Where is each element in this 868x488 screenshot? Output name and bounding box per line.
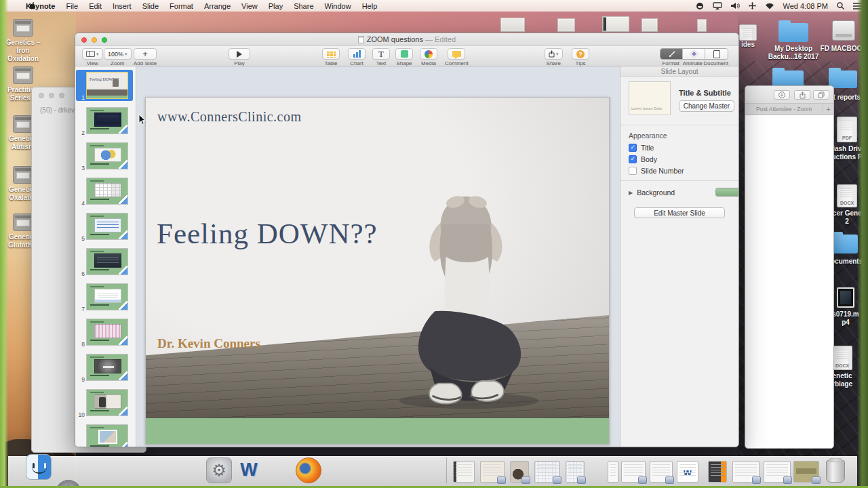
- dock-minimized-notebook-document[interactable]: [453, 461, 475, 483]
- dock-minimized-window[interactable]: [650, 461, 673, 483]
- zoom-control[interactable]: 100%▾ Zoom: [104, 48, 132, 66]
- animate-label: Animate: [682, 60, 703, 66]
- spotlight-icon[interactable]: [837, 2, 844, 9]
- slide-thumbnail-11[interactable]: 11: [75, 424, 136, 447]
- dock-minimized-document[interactable]: [534, 461, 560, 483]
- table-button[interactable]: Table: [322, 48, 340, 66]
- desktop-drive-fd-macbook[interactable]: FD MACBOOK: [819, 20, 868, 53]
- dock-minimized-word-document[interactable]: W: [677, 461, 698, 483]
- slide-thumbnail-9[interactable]: 9: [75, 354, 136, 384]
- document-icon[interactable]: [642, 18, 658, 32]
- dock-launchpad-icon[interactable]: [56, 480, 81, 488]
- disclosure-triangle-icon[interactable]: ▶: [629, 190, 633, 196]
- edit-master-slide-button[interactable]: Edit Master Slide: [634, 207, 725, 218]
- desktop-file-slides[interactable]: ides: [736, 24, 760, 49]
- background-color-swatch[interactable]: [715, 188, 738, 197]
- notification-center-icon[interactable]: [853, 3, 861, 9]
- dock-minimized-window[interactable]: [732, 461, 760, 483]
- desktop-folder-my-desktop-backup[interactable]: My DesktopBacku...16 2017: [765, 23, 822, 61]
- menu-item-file[interactable]: File: [66, 2, 78, 10]
- slide-url-text[interactable]: www.ConnersClinic.com: [157, 109, 302, 125]
- document-icon[interactable]: [697, 19, 707, 32]
- wifi-icon[interactable]: [765, 3, 774, 9]
- slide-thumbnail-2[interactable]: 2: [75, 107, 136, 137]
- slide-thumbnail-8[interactable]: 8: [75, 319, 136, 348]
- share-button[interactable]: ▾ Share: [545, 48, 563, 66]
- checkbox-title[interactable]: Title: [629, 144, 654, 152]
- dock-finder-icon[interactable]: [26, 454, 52, 480]
- checkbox-slide-number[interactable]: Slide Number: [629, 167, 684, 175]
- slide-thumbnail-1[interactable]: 1 Feeling DOWN??: [75, 72, 136, 102]
- window-controls-inactive: [39, 93, 64, 98]
- change-master-button[interactable]: Change Master: [679, 100, 734, 112]
- slide[interactable]: www.ConnersClinic.com Feeling DOWN?? Dr.…: [145, 97, 610, 445]
- apple-menu-icon[interactable]: [28, 1, 36, 10]
- slide-thumbnail-3[interactable]: 3: [75, 142, 136, 172]
- volume-icon[interactable]: [731, 2, 740, 9]
- view-button[interactable]: ▾ View: [82, 48, 103, 66]
- shape-button[interactable]: Shape: [395, 48, 413, 66]
- menu-item-slide[interactable]: Slide: [142, 2, 159, 10]
- notebook-document-icon[interactable]: [602, 16, 629, 32]
- new-tab-button[interactable]: +: [823, 105, 833, 113]
- slide-thumbnail-5[interactable]: 5: [75, 213, 136, 243]
- dock-word-icon[interactable]: W: [236, 458, 262, 483]
- add-slide-button[interactable]: + Add Slide: [134, 48, 157, 66]
- menu-item-edit[interactable]: Edit: [89, 2, 102, 10]
- slide-thumbnail-6[interactable]: 6: [75, 248, 136, 278]
- slide-thumbnail-7[interactable]: 7: [75, 283, 136, 313]
- share-button[interactable]: [794, 90, 810, 100]
- background-window-browser[interactable]: Post Attendee - Zoom +: [745, 85, 834, 449]
- dock-minimized-photo[interactable]: [510, 461, 529, 483]
- background-row[interactable]: ▶ Background: [629, 188, 675, 197]
- menu-item-insert[interactable]: Insert: [113, 2, 132, 10]
- document-icon[interactable]: [557, 18, 575, 32]
- text-button[interactable]: Text: [372, 48, 390, 66]
- play-icon: [237, 51, 242, 58]
- dock-minimized-window[interactable]: [764, 461, 791, 483]
- document-icon[interactable]: [500, 18, 525, 32]
- format-button[interactable]: [660, 49, 683, 59]
- dock-minimized-window[interactable]: [608, 461, 618, 483]
- slide-thumbnail-4[interactable]: 4: [75, 178, 136, 207]
- browser-tab[interactable]: Post Attendee - Zoom: [745, 106, 823, 113]
- menu-item-window[interactable]: Window: [325, 2, 351, 10]
- status-app-icon[interactable]: [696, 2, 704, 10]
- slide-thumbnail-10[interactable]: 10: [75, 389, 136, 419]
- checkbox-body[interactable]: Body: [629, 155, 657, 163]
- media-button[interactable]: Media: [420, 48, 437, 66]
- slide-canvas[interactable]: www.ConnersClinic.com Feeling DOWN?? Dr.…: [136, 66, 620, 447]
- document-button[interactable]: [705, 49, 728, 59]
- dock-trash-icon[interactable]: [826, 460, 845, 483]
- menu-item-view[interactable]: View: [241, 2, 258, 10]
- menu-item-format[interactable]: Format: [170, 2, 193, 10]
- animate-button[interactable]: [683, 49, 705, 59]
- dock-minimized-calculator[interactable]: [708, 461, 727, 483]
- dock-system-preferences-icon[interactable]: ⚙: [206, 458, 232, 483]
- desktop-file-genetics-iron[interactable]: Genetics – IronOxidation: [1, 19, 45, 63]
- dock-firefox-icon[interactable]: [296, 458, 321, 483]
- menu-item-help[interactable]: Help: [362, 2, 378, 10]
- chart-button[interactable]: Chart: [348, 48, 366, 66]
- play-button[interactable]: Play: [229, 48, 250, 66]
- tabs-button[interactable]: [813, 90, 829, 100]
- inspector-segmented-control: [660, 48, 728, 60]
- dock-minimized-document[interactable]: [480, 461, 505, 483]
- slide-title-text[interactable]: Feeling DOWN??: [157, 217, 378, 250]
- airplay-icon[interactable]: [713, 2, 722, 9]
- menu-item-arrange[interactable]: Arrange: [204, 2, 231, 10]
- document-proxy-icon[interactable]: [358, 36, 364, 43]
- slide-author-text[interactable]: Dr. Kevin Conners: [157, 336, 260, 351]
- menu-clock[interactable]: Wed 4:08 PM: [783, 2, 828, 10]
- dock-minimized-window[interactable]: [793, 461, 819, 483]
- download-button[interactable]: [774, 90, 790, 100]
- menu-item-share[interactable]: Share: [294, 2, 313, 10]
- accessibility-icon[interactable]: [749, 2, 756, 9]
- master-slide-preview[interactable]: Lorem Ipsum Dolor: [629, 81, 671, 115]
- comment-button[interactable]: Comment: [445, 48, 469, 66]
- title-bar[interactable]: ZOOM questions — Edited: [75, 33, 738, 46]
- menu-item-play[interactable]: Play: [269, 2, 283, 10]
- tips-button[interactable]: Tips: [572, 48, 589, 66]
- dock-minimized-window[interactable]: [621, 461, 646, 483]
- dock-minimized-document[interactable]: [566, 461, 585, 483]
